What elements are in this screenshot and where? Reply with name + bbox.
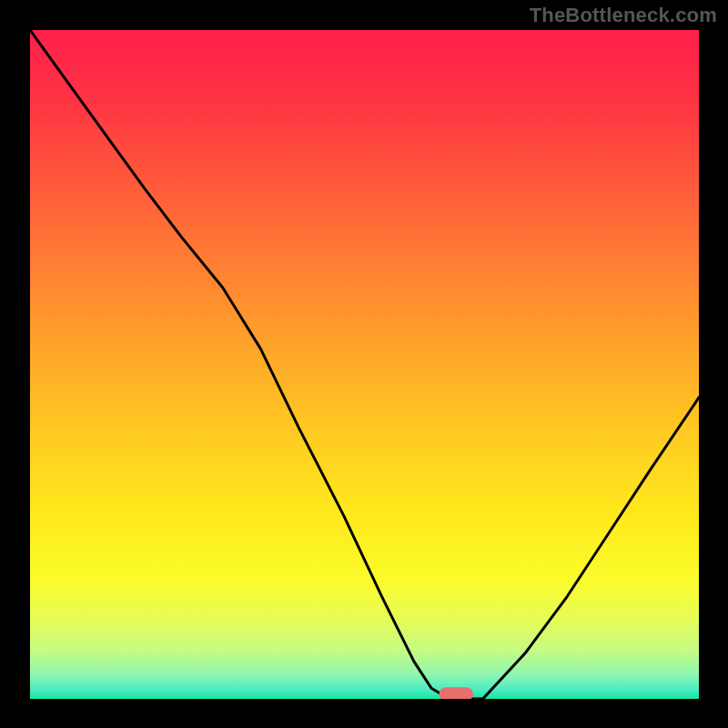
chart-background-gradient: [30, 30, 699, 699]
chart-plot-area: [30, 30, 699, 699]
chart-frame: TheBottleneck.com: [0, 0, 728, 728]
watermark-text: TheBottleneck.com: [530, 4, 717, 27]
target-marker: [439, 687, 472, 699]
